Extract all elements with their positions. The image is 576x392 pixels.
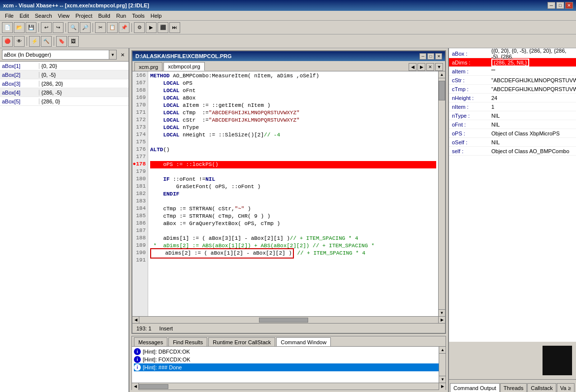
menu-bar: File Edit Search View Project Build Run … — [0, 11, 576, 21]
code-tabs: xcm.prg xcbmpcol.prg ◀ ▶ ✕ ▼ — [132, 61, 445, 71]
search-button[interactable]: 🔍 — [68, 22, 79, 33]
debugger-close-icon[interactable]: ✕ — [119, 51, 127, 59]
nav-forward-button[interactable]: ▶ — [417, 63, 425, 71]
maximize-button[interactable]: □ — [556, 2, 564, 9]
debug-row-4: aBox[4] {286, -5} — [0, 88, 128, 97]
code-line-179 — [150, 168, 436, 176]
insp-row-ofnt: oFnt : NIL — [449, 120, 576, 129]
minimize-button[interactable]: ─ — [547, 2, 555, 9]
tab-xcm-prg[interactable]: xcm.prg — [134, 62, 162, 71]
bottom-hscroll-left[interactable]: ◀ — [132, 383, 139, 390]
vertical-scrollbar[interactable]: ▲ ▼ — [438, 71, 445, 316]
undo-button[interactable]: ↩ — [41, 22, 52, 33]
ln-185: 185 — [132, 213, 148, 220]
code-maximize-button[interactable]: □ — [427, 53, 434, 60]
watch-button[interactable]: 👁 — [14, 36, 25, 47]
nav-back-button[interactable]: ◀ — [409, 63, 416, 71]
paste-button[interactable]: 📌 — [119, 22, 129, 33]
debug-button[interactable]: ⚙ — [134, 22, 145, 33]
toolbar-2: 🔴 👁 ⚡ 🔨 🔖 🖼 — [0, 34, 576, 48]
menu-build[interactable]: Build — [95, 12, 113, 20]
debug-val-3: {286, 20} — [39, 81, 65, 87]
debug-var-4: aBox[4] — [0, 90, 39, 96]
copy-button[interactable]: 📋 — [107, 22, 118, 33]
code-minimize-button[interactable]: ─ — [419, 53, 426, 60]
nav-dropdown-button[interactable]: ▼ — [435, 63, 443, 71]
ln-171: 171 — [132, 109, 148, 117]
find-button[interactable]: 🔎 — [80, 22, 91, 33]
ln-183: 183 — [132, 198, 148, 205]
code-line-175 — [150, 139, 436, 146]
menu-help[interactable]: Help — [148, 12, 165, 20]
tab-find-results[interactable]: Find Results — [168, 337, 207, 346]
hint-row-3[interactable]: i [Hint]: ### Done — [134, 363, 444, 371]
hscroll-track — [139, 318, 438, 323]
insp-row-nitem: nItem : 1 — [449, 102, 576, 111]
ln-167: 167 — [132, 80, 148, 87]
save-button[interactable]: 💾 — [26, 22, 36, 33]
hscroll-left-button[interactable]: ◀ — [132, 317, 139, 324]
redo-button[interactable]: ↪ — [53, 22, 64, 33]
new-file-button[interactable]: 📄 — [2, 22, 13, 33]
insp-label-self: self : — [452, 148, 491, 154]
breakpoint-button[interactable]: 🔴 — [2, 36, 13, 47]
image-button[interactable]: 🖼 — [68, 36, 79, 47]
hscroll-thumb[interactable] — [259, 318, 308, 323]
tab-callstack[interactable]: Callstack — [527, 383, 556, 392]
cut-button[interactable]: ✂ — [95, 22, 106, 33]
bottom-hscroll-thumb[interactable] — [139, 384, 168, 389]
menu-file[interactable]: File — [2, 12, 17, 20]
bottom-panel: Messages Find Results Runtime Error Call… — [131, 336, 446, 390]
code-text[interactable]: METHOD AO_BMPCombo:MeasureItem( nItem, a… — [148, 71, 438, 316]
tab-messages[interactable]: Messages — [134, 337, 167, 346]
menu-run[interactable]: Run — [113, 12, 129, 20]
hint-text-3: [Hint]: ### Done — [143, 364, 182, 370]
close-button[interactable]: ✕ — [565, 2, 573, 9]
open-button[interactable]: 📂 — [14, 22, 25, 33]
separator-6 — [54, 37, 54, 46]
tab-command-output[interactable]: Command Output — [450, 383, 500, 392]
tab-threads[interactable]: Threads — [500, 383, 527, 392]
menu-view[interactable]: View — [55, 12, 73, 20]
nav-close-button[interactable]: ✕ — [426, 63, 434, 71]
compile-button[interactable]: ⚡ — [29, 36, 40, 47]
scroll-thumb[interactable] — [439, 81, 445, 100]
menu-search[interactable]: Search — [32, 12, 55, 20]
insp-val-abox: {{0, 20}, {0, -5}, {286, 20}, {286, -5},… — [491, 48, 573, 60]
debug-var-5: aBox[5] — [0, 98, 39, 104]
hscroll-right-button[interactable]: ▶ — [438, 317, 445, 324]
menu-project[interactable]: Project — [72, 12, 95, 20]
menu-edit[interactable]: Edit — [17, 12, 32, 20]
scroll-down-button[interactable]: ▼ — [439, 309, 445, 316]
bottom-hscroll-right[interactable]: ▶ — [439, 383, 446, 390]
tab-va[interactable]: Va ≥ — [557, 383, 575, 392]
code-file-path: D:\ALASKA\SHFILE\XCBMPCOL.PRG — [135, 53, 232, 59]
code-line-169: LOCAL aBox — [150, 95, 436, 102]
main-layout: aBox (In Debugger) ▼ ✕ aBox[1] {0, 20} a… — [0, 48, 576, 392]
tab-command-window[interactable]: Command Window — [276, 337, 331, 346]
build-button2[interactable]: 🔨 — [41, 36, 52, 47]
debug-row-2: aBox[2] {0, -5} — [0, 70, 128, 79]
app-title: xcm - Visual Xbase++ -- [xcm.exe/xcbmpco… — [3, 2, 149, 8]
insp-label-aitem: aItem : — [452, 68, 491, 74]
code-close-button[interactable]: ✕ — [435, 53, 442, 60]
bottom-scroll-up[interactable]: ▲ — [439, 347, 446, 354]
stop-button[interactable]: ⬛ — [158, 22, 168, 33]
debugger-combo[interactable]: aBox (In Debugger) — [2, 50, 109, 60]
bottom-panel-scrollbar[interactable]: ▲ ▼ — [439, 347, 446, 383]
step-button[interactable]: ⏭ — [169, 22, 180, 33]
bottom-scroll-down[interactable]: ▼ — [439, 376, 446, 383]
menu-tools[interactable]: Tools — [129, 12, 148, 20]
combo-arrow-icon[interactable]: ▼ — [109, 50, 117, 60]
bookmark-button[interactable]: 🔖 — [56, 36, 67, 47]
debug-row-3: aBox[3] {286, 20} — [0, 79, 128, 88]
tab-xcbmpcol-prg[interactable]: xcbmpcol.prg — [163, 62, 204, 71]
insp-label-cstr: cStr : — [452, 77, 491, 83]
scroll-up-button[interactable]: ▲ — [439, 71, 445, 78]
run-button[interactable]: ▶ — [146, 22, 157, 33]
insp-row-abox: aBox : {{0, 20}, {0, -5}, {286, 20}, {28… — [449, 49, 576, 58]
ln-178: ●178 — [132, 161, 148, 168]
hint-row-2: i [Hint]: FOXCDX:OK — [134, 356, 444, 363]
tab-runtime-error-callstack[interactable]: Runtime Error CallStack — [208, 337, 275, 346]
insp-val-ctmp: "ABCDEFGHIJKLMNOPQRSTUVWXYZ" — [491, 86, 576, 92]
